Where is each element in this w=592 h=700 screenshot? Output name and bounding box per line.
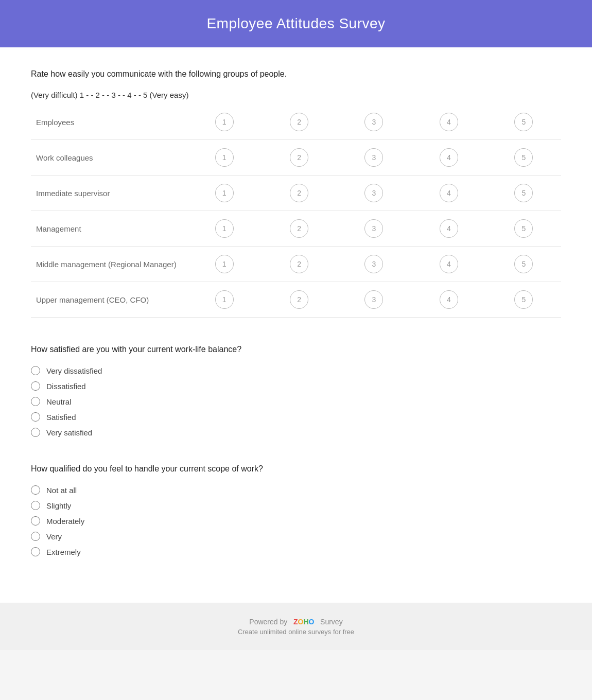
- rating-cell[interactable]: 2: [262, 104, 336, 140]
- rating-option-3[interactable]: 3: [364, 219, 383, 238]
- list-item[interactable]: Slightly: [31, 501, 561, 510]
- rating-cell[interactable]: 3: [337, 176, 411, 211]
- rating-cell[interactable]: 2: [262, 282, 336, 318]
- list-item[interactable]: Neutral: [31, 397, 561, 406]
- table-row: Middle management (Regional Manager)1234…: [31, 247, 561, 282]
- section-work-life: How satisfied are you with your current …: [31, 343, 561, 437]
- rating-cell[interactable]: 3: [337, 104, 411, 140]
- rating-option-5[interactable]: 5: [514, 290, 533, 309]
- list-item[interactable]: Not at all: [31, 485, 561, 495]
- table-row: Work colleagues12345: [31, 140, 561, 176]
- radio-label: Satisfied: [46, 413, 76, 422]
- list-item[interactable]: Satisfied: [31, 412, 561, 422]
- zoho-z: Z: [293, 618, 298, 626]
- row-label: Management: [31, 211, 187, 247]
- footer-powered: Powered by ZOHO Survey: [10, 618, 582, 626]
- rating-option-1[interactable]: 1: [215, 255, 234, 273]
- rating-option-5[interactable]: 5: [514, 184, 533, 202]
- rating-option-2[interactable]: 2: [290, 148, 308, 167]
- rating-cell[interactable]: 2: [262, 176, 336, 211]
- rating-cell[interactable]: 1: [187, 140, 262, 176]
- list-item[interactable]: Moderately: [31, 516, 561, 526]
- rating-option-4[interactable]: 4: [440, 219, 458, 238]
- rating-option-1[interactable]: 1: [215, 219, 234, 238]
- rating-cell[interactable]: 1: [187, 211, 262, 247]
- rating-table: Employees12345Work colleagues12345Immedi…: [31, 104, 561, 318]
- radio-label: Extremely: [46, 548, 81, 556]
- rating-option-4[interactable]: 4: [440, 255, 458, 273]
- rating-cell[interactable]: 1: [187, 104, 262, 140]
- rating-option-3[interactable]: 3: [364, 255, 383, 273]
- rating-cell[interactable]: 4: [411, 282, 486, 318]
- rating-option-2[interactable]: 2: [290, 255, 308, 273]
- rating-cell[interactable]: 5: [486, 211, 561, 247]
- rating-option-4[interactable]: 4: [440, 113, 458, 131]
- rating-option-3[interactable]: 3: [364, 148, 383, 167]
- radio-worklife-0[interactable]: [31, 366, 40, 375]
- page-footer: Powered by ZOHO Survey Create unlimited …: [0, 603, 592, 650]
- radio-label: Not at all: [46, 486, 77, 495]
- rating-option-3[interactable]: 3: [364, 290, 383, 309]
- rating-option-3[interactable]: 3: [364, 184, 383, 202]
- list-item[interactable]: Very: [31, 532, 561, 541]
- rating-option-5[interactable]: 5: [514, 255, 533, 273]
- rating-cell[interactable]: 3: [337, 140, 411, 176]
- rating-cell[interactable]: 4: [411, 176, 486, 211]
- rating-option-3[interactable]: 3: [364, 113, 383, 131]
- rating-option-5[interactable]: 5: [514, 113, 533, 131]
- list-item[interactable]: Very dissatisfied: [31, 366, 561, 375]
- rating-cell[interactable]: 4: [411, 211, 486, 247]
- rating-cell[interactable]: 3: [337, 247, 411, 282]
- radio-worklife-1[interactable]: [31, 381, 40, 391]
- rating-option-1[interactable]: 1: [215, 148, 234, 167]
- page-title: Employee Attitudes Survey: [10, 15, 582, 32]
- rating-cell[interactable]: 4: [411, 140, 486, 176]
- rating-cell[interactable]: 5: [486, 282, 561, 318]
- radio-label: Very: [46, 532, 62, 541]
- rating-cell[interactable]: 5: [486, 104, 561, 140]
- row-label: Employees: [31, 104, 187, 140]
- rating-cell[interactable]: 3: [337, 282, 411, 318]
- rating-option-2[interactable]: 2: [290, 219, 308, 238]
- table-row: Upper management (CEO, CFO)12345: [31, 282, 561, 318]
- section2-question: How satisfied are you with your current …: [31, 343, 561, 356]
- rating-option-2[interactable]: 2: [290, 113, 308, 131]
- rating-cell[interactable]: 2: [262, 140, 336, 176]
- list-item[interactable]: Extremely: [31, 547, 561, 556]
- radio-qualification-4[interactable]: [31, 547, 40, 556]
- radio-qualification-3[interactable]: [31, 532, 40, 541]
- rating-cell[interactable]: 2: [262, 211, 336, 247]
- rating-option-1[interactable]: 1: [215, 290, 234, 309]
- rating-option-5[interactable]: 5: [514, 148, 533, 167]
- rating-option-1[interactable]: 1: [215, 184, 234, 202]
- rating-cell[interactable]: 5: [486, 140, 561, 176]
- rating-option-2[interactable]: 2: [290, 184, 308, 202]
- rating-cell[interactable]: 1: [187, 282, 262, 318]
- rating-option-4[interactable]: 4: [440, 148, 458, 167]
- zoho-o1: O: [298, 618, 304, 626]
- radio-worklife-4[interactable]: [31, 428, 40, 437]
- rating-option-5[interactable]: 5: [514, 219, 533, 238]
- radio-qualification-0[interactable]: [31, 485, 40, 495]
- rating-cell[interactable]: 5: [486, 176, 561, 211]
- radio-worklife-3[interactable]: [31, 412, 40, 422]
- rating-cell[interactable]: 1: [187, 176, 262, 211]
- rating-option-4[interactable]: 4: [440, 184, 458, 202]
- section3-question: How qualified do you feel to handle your…: [31, 463, 561, 475]
- row-label: Upper management (CEO, CFO): [31, 282, 187, 318]
- rating-cell[interactable]: 3: [337, 211, 411, 247]
- rating-cell[interactable]: 5: [486, 247, 561, 282]
- rating-option-1[interactable]: 1: [215, 113, 234, 131]
- rating-cell[interactable]: 1: [187, 247, 262, 282]
- rating-cell[interactable]: 2: [262, 247, 336, 282]
- list-item[interactable]: Very satisfied: [31, 428, 561, 437]
- rating-option-4[interactable]: 4: [440, 290, 458, 309]
- rating-cell[interactable]: 4: [411, 104, 486, 140]
- radio-qualification-2[interactable]: [31, 516, 40, 526]
- radio-worklife-2[interactable]: [31, 397, 40, 406]
- radio-qualification-1[interactable]: [31, 501, 40, 510]
- list-item[interactable]: Dissatisfied: [31, 381, 561, 391]
- section1-question-line1: Rate how easily you communicate with the…: [31, 68, 561, 80]
- rating-cell[interactable]: 4: [411, 247, 486, 282]
- rating-option-2[interactable]: 2: [290, 290, 308, 309]
